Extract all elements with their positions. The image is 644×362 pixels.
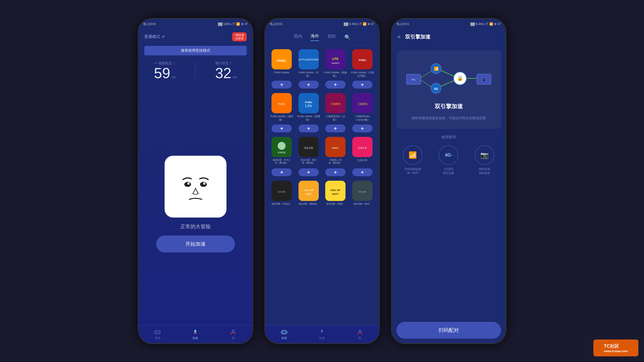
add-knife-btn[interactable]: + [299, 168, 319, 176]
svg-text:CALL OF: CALL OF [304, 189, 313, 191]
search-icon[interactable]: 🔍 [344, 34, 351, 40]
p2-nav-games[interactable]: 游戏 [281, 329, 288, 340]
game-icon-tribes: 代物猎人 [325, 137, 345, 157]
svg-text:PUBG: PUBG [277, 59, 286, 62]
add-hero-btn[interactable]: + [271, 168, 292, 176]
rocket2-icon [318, 329, 325, 336]
p2-row-2: PUBG PUBG Mobile（测试版） + PUBGLIte PUBG Mo… [270, 93, 374, 132]
svg-text:三国群英: 三国群英 [357, 103, 367, 105]
game-label-sanguo1: 三国群英传M（台版） [324, 115, 348, 123]
game-icon-pubg-tw: PUBG [352, 49, 373, 69]
game-label-pubg-tw: PUBG Mobile（中国台湾版） [350, 71, 374, 79]
req-wifi: 📶 手机电脑连接同一WIFI [403, 145, 423, 175]
game-label-knife: 电击文案：寒冷禄（国际版） [301, 159, 317, 167]
game-cod2: CALL OFDUTY 使命召唤（韩服） [324, 181, 348, 211]
screen-1: 普通模式 ↺ +增加速 抗疫情 推荐使用竞技模式 〜 线路延迟 ? 59 [139, 29, 252, 343]
add-sanguo1-btn[interactable]: + [325, 125, 345, 132]
svg-text:🔒: 🔒 [457, 75, 463, 81]
phone-2: 电上|0:01 ▓▓ 9.4K/s ⏱ 📶 ⊕ 47 国内 海外 我的 🔍 PU… [264, 18, 380, 344]
tab-overseas[interactable]: 海外 [311, 33, 319, 41]
p3-spacer [392, 175, 506, 317]
p2-nav: 游戏 加速 我 [265, 325, 379, 343]
add-pubg-hot-btn[interactable]: + [325, 81, 345, 89]
game-label-sanguo2: 三国群英传M（mycard版） [350, 115, 374, 123]
rocket-icon [192, 329, 199, 336]
game-icon-sanguo1: 三国群英 [325, 93, 345, 113]
p3-header: < 双引擎加速 [392, 29, 506, 45]
svg-point-0 [184, 182, 191, 187]
p1-nav: 游戏 加速 我 [139, 325, 252, 343]
add-pubg-jp-btn[interactable]: + [299, 81, 319, 89]
svg-text:英雄联盟: 英雄联盟 [278, 151, 286, 153]
p2-nav-profile[interactable]: 我 [356, 329, 363, 340]
gamepad2-icon [281, 329, 288, 336]
p1-nav-speed[interactable]: 加速 [192, 329, 199, 340]
add-pubg-lite-btn[interactable]: + [299, 125, 319, 132]
svg-rect-50 [285, 332, 286, 333]
p2-nav-speed[interactable]: 加速 [318, 329, 325, 340]
req-camera: 📷 授权使用相机权限 [475, 145, 494, 175]
svg-text:PUBG: PUBG [359, 59, 366, 62]
phone-3: 电上|0:01 ▓▓ 9.4K/s ⏱ 📶 ⊕ 37 < 双引擎加速 PC 📶 [391, 18, 506, 344]
4g-req-icon: 4G· [439, 145, 458, 165]
req-camera-label: 授权使用相机权限 [479, 167, 490, 175]
game-icon-pubg-lite: PUBGLIte [299, 93, 319, 113]
game-cloud: 云涯之奇 云涯之奇 + [350, 137, 374, 176]
add-pubg-tw-btn[interactable]: + [352, 81, 373, 89]
p2-row-4: 使命召唤 使命召唤（中国台） CALL OFDUTY 使命召唤（国际版） CAL… [270, 181, 374, 211]
svg-point-1 [200, 182, 207, 187]
game-pubg-mobile: PUBG PUBG Mobile + [270, 49, 294, 89]
p1-game-area: 正常的大冒险 开始加速 [139, 83, 252, 325]
svg-point-2 [187, 182, 190, 185]
svg-point-52 [359, 330, 361, 332]
svg-rect-47 [281, 331, 287, 334]
p3-page-title: 双引擎加速 [405, 33, 430, 40]
tab-mine[interactable]: 我的 [327, 34, 336, 41]
status-bar-3: 电上|0:01 ▓▓ 9.4K/s ⏱ 📶 ⊕ 37 [392, 19, 506, 29]
p1-nav-profile[interactable]: 我 [230, 329, 237, 340]
status-right-1: ▓▓ 13K/s ⏱ 📶 ⊕ 47 [218, 22, 248, 26]
game-label-tribes: 代物猎人-将禄（图际版） [329, 159, 342, 167]
game-label-cod2: 使命召唤（韩服） [326, 203, 344, 211]
p1-divider [195, 62, 196, 79]
game-icon-knife: 电击文案 [299, 137, 319, 157]
user2-icon [356, 329, 363, 336]
game-pubg-jp: BATTLEGROUNDS PUBG Mobile（日韩） + [297, 49, 321, 89]
add-sanguo2-btn[interactable]: + [352, 125, 373, 132]
p3-diagram-desc: 辅助电脑借加速器加速，可能合并轻松多数据流量 [412, 116, 486, 121]
tab-domestic[interactable]: 国内 [294, 34, 302, 41]
svg-point-8 [195, 332, 196, 333]
p1-latency: 〜 线路延迟 ? 59 ms [154, 61, 176, 80]
game-knife: 电击文案 电击文案：寒冷禄（国际版） + [297, 137, 321, 176]
game-label-cod1: 使命召唤（国际版） [299, 203, 319, 211]
p3-back-btn[interactable]: < [398, 34, 401, 40]
watermark: TC社区 www.tcsqw.com [593, 340, 638, 356]
p1-game-name: 正常的大冒险 [180, 223, 211, 230]
p1-nav-games[interactable]: 游戏 [154, 329, 161, 340]
add-pubg-test-btn[interactable]: + [271, 125, 292, 132]
svg-point-9 [232, 330, 234, 332]
game-icon-pubg: PUBG [271, 49, 292, 69]
p3-diagram-title: 双引擎加速 [435, 103, 463, 110]
game-icon-sanguo2: 三国群英 [352, 93, 373, 113]
add-tribes-btn[interactable]: + [325, 168, 345, 176]
add-pubg-btn[interactable]: + [271, 81, 292, 89]
svg-point-3 [203, 182, 205, 185]
p2-games-grid: PUBG PUBG Mobile + BATTLEGROUNDS PUBG Mo… [265, 46, 379, 325]
add-cloud-btn[interactable]: + [352, 168, 373, 176]
p3-scan-btn[interactable]: 扫码配对 [396, 322, 501, 339]
p1-badge[interactable]: +增加速 抗疫情 [232, 32, 247, 41]
svg-text:DUTY: DUTY [306, 193, 312, 195]
p1-recommend-btn[interactable]: 推荐使用竞技模式 [144, 46, 247, 55]
game-label-cloud: 云涯之奇 [357, 159, 367, 167]
user-icon [230, 329, 237, 336]
svg-text:PUBG: PUBG [278, 103, 285, 105]
svg-text:DUTY: DUTY [332, 193, 338, 195]
p1-start-btn[interactable]: 开始加速 [156, 236, 235, 252]
svg-line-63 [421, 71, 431, 78]
game-sanguo2: 三国群英 三国群英传M（mycard版） + [350, 93, 374, 132]
game-label-pubg-hot: PUBG Mobile（热服限） [324, 71, 348, 79]
svg-text:三国群英: 三国群英 [330, 103, 340, 105]
svg-line-65 [441, 71, 454, 76]
svg-text:代物猎人: 代物猎人 [331, 147, 339, 149]
